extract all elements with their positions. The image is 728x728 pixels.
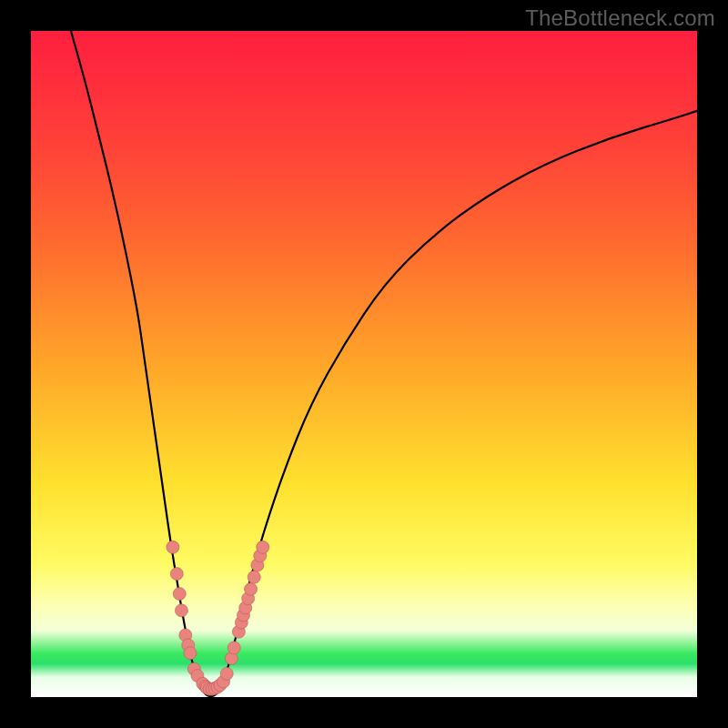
chart-svg xyxy=(31,31,697,697)
curve-marker xyxy=(184,647,197,660)
bottleneck-curve xyxy=(71,31,697,696)
curve-markers xyxy=(167,541,269,695)
curve-marker xyxy=(167,541,179,553)
plot-area xyxy=(31,31,697,697)
curve-marker xyxy=(228,642,240,654)
chart-frame: TheBottleneck.com xyxy=(0,0,728,728)
curve-marker xyxy=(220,667,233,680)
curve-marker xyxy=(175,604,187,617)
curve-marker xyxy=(248,571,260,583)
curve-marker xyxy=(257,541,269,553)
curve-marker xyxy=(170,568,183,581)
watermark-text: TheBottleneck.com xyxy=(525,5,715,31)
curve-marker xyxy=(173,588,186,601)
curve-marker xyxy=(245,582,258,595)
